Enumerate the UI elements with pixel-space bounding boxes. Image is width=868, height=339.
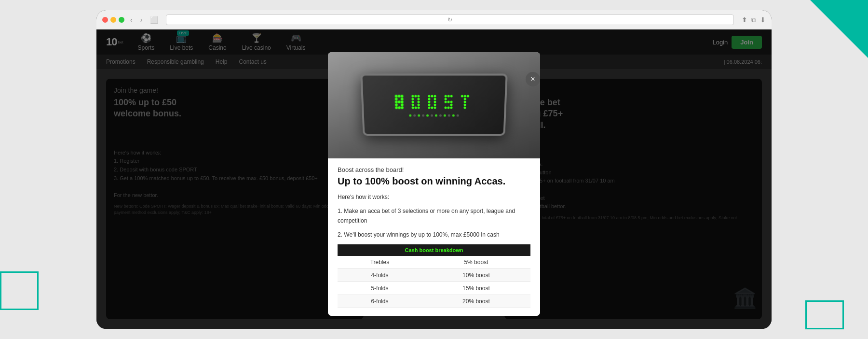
svg-point-39 bbox=[450, 95, 453, 97]
boost-5folds: 15% boost bbox=[422, 282, 530, 295]
svg-point-38 bbox=[448, 95, 450, 97]
decorative-teal-square-br bbox=[805, 300, 844, 329]
url-bar[interactable]: ↻ bbox=[166, 14, 734, 25]
svg-point-28 bbox=[428, 98, 430, 100]
svg-point-32 bbox=[428, 103, 430, 106]
back-button[interactable]: ‹ bbox=[128, 15, 135, 25]
table-header: Cash boost breakdown bbox=[338, 244, 530, 256]
copy-icon[interactable]: ⧉ bbox=[751, 16, 756, 24]
acca-type-trebles: Trebles bbox=[338, 256, 422, 269]
svg-point-34 bbox=[428, 106, 431, 109]
svg-point-31 bbox=[434, 100, 436, 103]
led-letter-b bbox=[394, 94, 408, 112]
svg-point-23 bbox=[415, 106, 417, 109]
svg-point-17 bbox=[417, 98, 420, 100]
led-scoreboard bbox=[360, 74, 508, 136]
svg-point-19 bbox=[417, 100, 420, 103]
boost-4folds: 10% boost bbox=[422, 268, 530, 282]
modal-step-2: 2. We'll boost your winnings by up to 10… bbox=[338, 230, 530, 240]
svg-point-0 bbox=[395, 95, 397, 97]
led-letter-0 bbox=[411, 94, 424, 112]
svg-point-13 bbox=[411, 95, 414, 97]
tab-button[interactable]: ⬜ bbox=[150, 16, 158, 24]
modal-tagline: Boost across the board! bbox=[338, 166, 530, 173]
modal-close-button[interactable]: × bbox=[526, 72, 540, 86]
svg-point-52 bbox=[464, 100, 466, 103]
svg-point-35 bbox=[431, 106, 434, 109]
svg-point-26 bbox=[431, 95, 433, 97]
svg-point-54 bbox=[463, 106, 466, 109]
svg-point-29 bbox=[434, 98, 436, 100]
svg-point-2 bbox=[401, 95, 403, 97]
svg-point-11 bbox=[398, 106, 401, 109]
browser-actions: ⬆ ⧉ ⬇ bbox=[742, 16, 766, 24]
svg-point-7 bbox=[401, 100, 403, 103]
svg-point-14 bbox=[414, 95, 417, 97]
svg-point-21 bbox=[417, 103, 420, 106]
svg-point-37 bbox=[445, 95, 447, 97]
svg-point-4 bbox=[401, 98, 403, 100]
close-dot[interactable] bbox=[102, 17, 108, 23]
acca-type-4folds: 4-folds bbox=[338, 268, 422, 282]
svg-point-6 bbox=[398, 100, 400, 103]
modal-heading: Up to 100% boost on winning Accas. bbox=[338, 175, 530, 187]
svg-point-25 bbox=[428, 95, 430, 97]
boost-6folds: 20% boost bbox=[422, 295, 530, 308]
svg-point-36 bbox=[434, 106, 436, 109]
table-row: Trebles 5% boost bbox=[338, 256, 530, 269]
led-letter-5 bbox=[444, 94, 457, 112]
table-row: 5-folds 15% boost bbox=[338, 282, 530, 295]
svg-point-51 bbox=[464, 98, 466, 100]
how-it-works-label: Here's how it works: bbox=[338, 193, 530, 202]
traffic-lights bbox=[102, 17, 124, 23]
svg-point-3 bbox=[395, 98, 397, 100]
table-body: Trebles 5% boost 4-folds 10% boost 5-fol… bbox=[338, 256, 530, 308]
minimize-dot[interactable] bbox=[110, 17, 116, 23]
svg-point-53 bbox=[463, 103, 466, 106]
download-icon[interactable]: ⬇ bbox=[760, 16, 766, 24]
svg-point-16 bbox=[411, 98, 414, 100]
table-row: 6-folds 20% boost bbox=[338, 295, 530, 308]
share-icon[interactable]: ⬆ bbox=[742, 16, 747, 24]
decorative-teal-triangle bbox=[810, 0, 868, 58]
svg-point-15 bbox=[417, 95, 420, 97]
svg-point-44 bbox=[450, 103, 452, 106]
svg-point-47 bbox=[450, 106, 452, 109]
boost-trebles: 5% boost bbox=[422, 256, 530, 269]
modal-step-1: 1. Make an acca bet of 3 selections or m… bbox=[338, 207, 530, 225]
svg-point-30 bbox=[428, 100, 430, 103]
acca-type-6folds: 6-folds bbox=[338, 295, 422, 308]
browser-chrome: ‹ › ⬜ ↻ ⬆ ⧉ ⬇ bbox=[96, 10, 772, 29]
led-letter-t bbox=[460, 94, 474, 112]
maximize-dot[interactable] bbox=[119, 17, 124, 23]
svg-point-22 bbox=[412, 106, 414, 109]
refresh-icon: ↻ bbox=[448, 16, 452, 23]
modal-hero-image bbox=[328, 52, 540, 158]
website-content: 10 bet ⚽ Sports 📺 LIVE Live bets 🎰 bbox=[96, 29, 772, 329]
svg-point-24 bbox=[418, 106, 420, 109]
svg-point-49 bbox=[464, 95, 466, 97]
boost-modal: Boost across the board! Up to 100% boost… bbox=[328, 52, 540, 316]
svg-point-33 bbox=[434, 103, 436, 106]
table-row: 4-folds 10% boost bbox=[338, 268, 530, 282]
svg-point-8 bbox=[395, 103, 397, 106]
forward-button[interactable]: › bbox=[138, 15, 145, 25]
svg-point-48 bbox=[461, 95, 463, 97]
svg-point-9 bbox=[401, 103, 403, 106]
svg-point-20 bbox=[411, 103, 414, 106]
svg-point-5 bbox=[395, 100, 397, 103]
svg-point-50 bbox=[467, 95, 469, 97]
acca-type-5folds: 5-folds bbox=[338, 282, 422, 295]
svg-point-43 bbox=[450, 100, 453, 103]
svg-point-18 bbox=[411, 100, 414, 103]
svg-point-27 bbox=[434, 95, 436, 97]
svg-point-1 bbox=[398, 95, 400, 97]
boost-table: Cash boost breakdown Trebles 5% boost 4-… bbox=[338, 244, 530, 308]
svg-point-40 bbox=[445, 98, 447, 100]
svg-point-12 bbox=[401, 106, 404, 109]
decorative-teal-square-bl bbox=[0, 271, 39, 310]
svg-point-41 bbox=[445, 100, 447, 103]
svg-point-10 bbox=[395, 106, 398, 109]
modal-body: Boost across the board! Up to 100% boost… bbox=[328, 158, 540, 316]
laptop-frame: ‹ › ⬜ ↻ ⬆ ⧉ ⬇ 10 bet ⚽ Sports bbox=[96, 10, 772, 329]
